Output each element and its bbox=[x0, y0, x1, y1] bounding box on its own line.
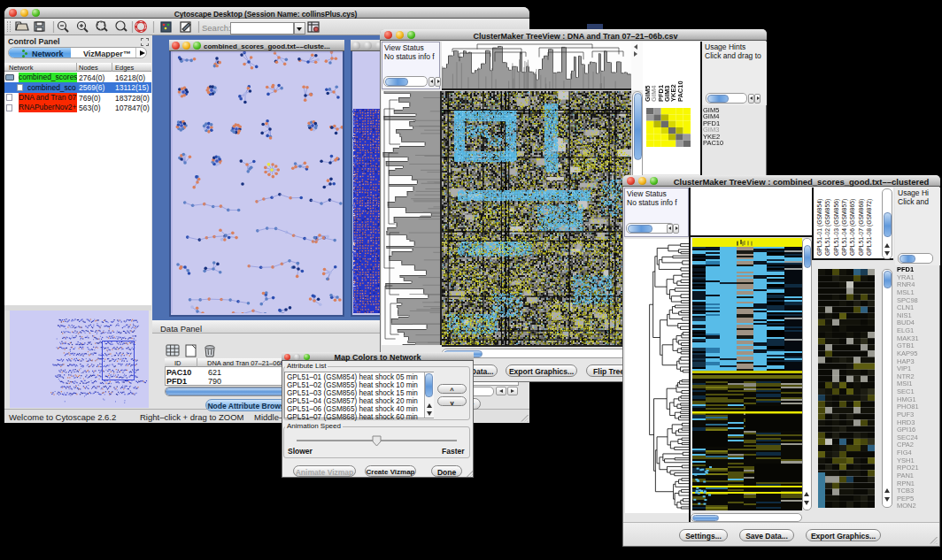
svg-text:PAC10: PAC10 bbox=[676, 81, 684, 102]
svg-text:GPL51-03 (GSM856): GPL51-03 (GSM856) bbox=[833, 199, 840, 256]
svg-text:GPL51-06 (GSM865): GPL51-06 (GSM865) bbox=[849, 199, 856, 256]
svg-text:GPL51-02 (GSM855): GPL51-02 (GSM855) bbox=[824, 199, 831, 256]
svg-text:GPL51-07 (GSM868): GPL51-07 (GSM868) bbox=[858, 199, 865, 256]
svg-text:GPL51-01 (GSM854): GPL51-01 (GSM854) bbox=[816, 199, 823, 256]
svg-text:GPL51-04 (GSM857): GPL51-04 (GSM857) bbox=[841, 199, 848, 256]
svg-text:GPL51-08 (GSM872): GPL51-08 (GSM872) bbox=[866, 199, 873, 256]
